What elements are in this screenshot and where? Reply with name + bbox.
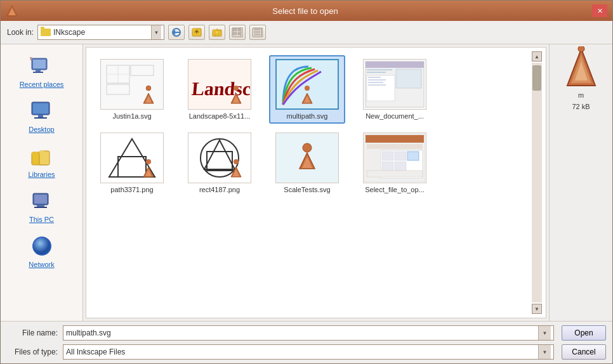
desktop-icon (29, 98, 55, 124)
sidebar-item-thispc[interactable]: This PC (7, 185, 77, 227)
filetype-combo[interactable]: All Inkscape Files ▼ (63, 344, 554, 360)
svg-rect-63 (366, 62, 424, 68)
filename-dropdown-arrow[interactable]: ▼ (538, 326, 551, 340)
dialog-title: Select file to open (18, 6, 592, 16)
open-button[interactable]: Open (562, 325, 606, 341)
file-label-selectfile: Select_file_to_op... (365, 186, 425, 193)
sidebar-thispc-label: This PC (29, 216, 54, 223)
cancel-button[interactable]: Cancel (562, 344, 606, 360)
recent-icon (29, 53, 55, 79)
svg-rect-14 (241, 27, 243, 37)
filetype-label: Files of type: (7, 348, 58, 356)
svg-rect-94 (382, 152, 393, 160)
svg-rect-69 (368, 79, 386, 81)
file-grid-container[interactable]: Justin1a.svg Landscape Landscape8-5x11.. (86, 47, 546, 318)
file-item-newdocument[interactable]: New_document_... (357, 55, 433, 124)
list-view-button[interactable] (249, 25, 266, 40)
file-label-scaletests: ScaleTests.svg (284, 186, 330, 193)
svg-text:Landscape: Landscape (191, 78, 250, 100)
svg-rect-66 (396, 69, 421, 88)
lookin-dropdown-arrow[interactable]: ▼ (151, 25, 161, 39)
thumb-multipath (275, 59, 339, 110)
sidebar-item-network[interactable]: Network (7, 230, 77, 272)
filename-row: File name: multipath.svg ▼ Open (7, 325, 606, 341)
svg-rect-68 (368, 77, 381, 78)
svg-rect-16 (254, 29, 260, 30)
svg-rect-70 (368, 82, 383, 83)
sidebar-recent-label: Recent places (20, 81, 64, 88)
star-button[interactable] (209, 25, 225, 40)
close-button[interactable]: ✕ (592, 4, 607, 17)
svg-rect-18 (254, 34, 260, 36)
bottom-bar: File name: multipath.svg ▼ Open Files of… (1, 321, 612, 363)
thumb-selectfile (363, 133, 426, 183)
thispc-icon (29, 188, 55, 214)
cancel-button-area: Cancel (562, 344, 606, 360)
filename-value: multipath.svg (66, 328, 538, 337)
file-item-selectfile[interactable]: Select_file_to_op... (357, 129, 433, 197)
file-item-justin1a[interactable]: Justin1a.svg (94, 55, 170, 124)
svg-rect-98 (395, 162, 406, 171)
thumb-newdoc (363, 59, 426, 110)
file-item-path3371[interactable]: path3371.png (94, 129, 170, 197)
lookin-label: Look in: (7, 28, 34, 37)
svg-point-56 (234, 86, 239, 91)
svg-rect-24 (30, 57, 32, 59)
sidebar-network-label: Network (29, 261, 54, 268)
svg-rect-91 (367, 144, 423, 149)
file-label-newdocument: New_document_... (366, 112, 424, 120)
title-bar: Select file to open ✕ (1, 1, 612, 21)
dialog-buttons: Open (562, 325, 606, 341)
svg-rect-36 (37, 205, 44, 207)
svg-rect-33 (39, 151, 44, 154)
file-label-path3371: path3371.png (110, 186, 153, 193)
sidebar: Recent places Desktop (1, 44, 83, 321)
svg-rect-25 (30, 59, 32, 60)
svg-rect-21 (33, 60, 46, 68)
back-button[interactable] (168, 25, 185, 40)
lookin-combo[interactable]: INkscape ▼ (37, 25, 164, 40)
svg-rect-95 (395, 152, 406, 160)
file-item-multipath[interactable]: multipath.svg (269, 55, 345, 124)
svg-rect-97 (382, 162, 393, 171)
scroll-down-button[interactable]: ▼ (532, 304, 542, 314)
lookin-value: INkscape (53, 28, 148, 37)
file-item-scaletests[interactable]: ScaleTests.svg (269, 129, 345, 197)
preview-size: 72 kB (572, 103, 590, 110)
sidebar-item-libraries[interactable]: Libraries (7, 140, 77, 182)
file-item-rect4187[interactable]: rect4187.png (181, 129, 258, 197)
sidebar-item-recent[interactable]: Recent places (7, 49, 77, 92)
file-label-multipath: multipath.svg (287, 112, 328, 120)
folder-icon (41, 29, 51, 36)
svg-rect-90 (366, 135, 424, 143)
scroll-up-button[interactable]: ▲ (532, 51, 542, 62)
file-label-rect4187: rect4187.png (199, 186, 240, 193)
dialog: Select file to open ✕ Look in: INkscape … (0, 0, 613, 364)
grid-view-button[interactable] (229, 25, 246, 40)
preview-size-label: m (578, 91, 584, 99)
filename-combo[interactable]: multipath.svg ▼ (63, 325, 554, 341)
svg-rect-19 (261, 28, 263, 37)
thumb-justin1a (100, 59, 164, 110)
svg-rect-12 (233, 32, 237, 35)
filetype-dropdown-arrow[interactable]: ▼ (538, 345, 551, 359)
file-grid: Justin1a.svg Landscape Landscape8-5x11.. (91, 53, 541, 200)
filetype-row: Files of type: All Inkscape Files ▼ Canc… (7, 344, 606, 360)
sidebar-item-desktop[interactable]: Desktop (7, 94, 77, 137)
svg-rect-65 (367, 72, 386, 73)
file-label-landscape: Landscape8-5x11... (189, 112, 251, 120)
svg-point-42 (33, 237, 51, 255)
svg-point-77 (146, 159, 151, 164)
thumb-rect4187 (188, 133, 251, 183)
svg-rect-35 (34, 195, 47, 204)
svg-rect-28 (38, 115, 43, 117)
file-item-landscape[interactable]: Landscape Landscape8-5x11... (181, 55, 258, 124)
svg-rect-10 (233, 29, 237, 31)
svg-rect-23 (33, 72, 43, 73)
scroll-thumb[interactable] (532, 65, 541, 91)
svg-rect-31 (32, 152, 38, 155)
svg-point-51 (146, 86, 151, 91)
svg-point-60 (305, 86, 310, 91)
svg-rect-27 (33, 103, 48, 114)
up-button[interactable] (188, 25, 205, 40)
